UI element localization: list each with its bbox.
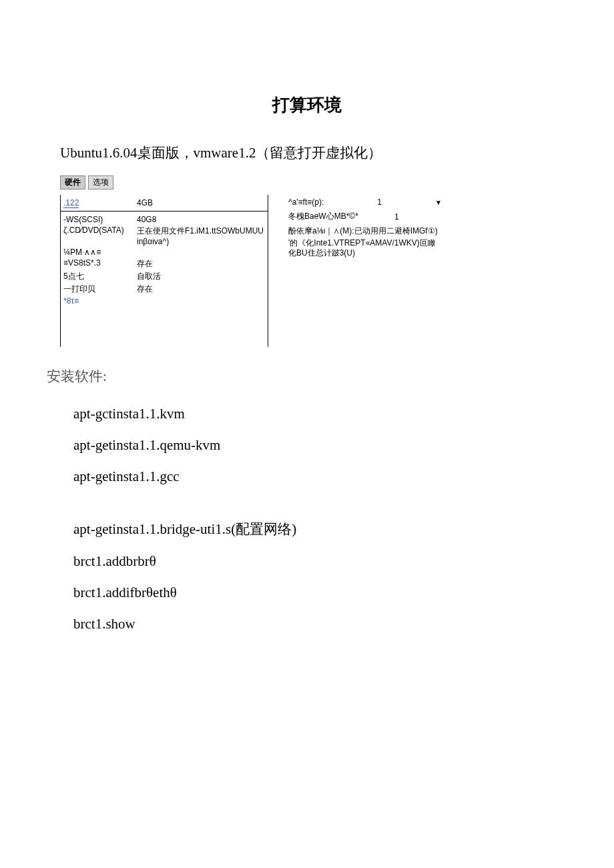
subtitle: Ubuntu1.6.04桌面版，vmware1.2（留意打开虚拟化） [60,143,561,162]
hardware-row[interactable]: *8τ≡ [61,296,268,306]
processors-row: ^a'≡ft≡(p): 1 ▼ [288,197,442,207]
hw-label: .122 [63,198,137,207]
command-line: apt-getinsta1.1.gcc [73,468,561,485]
tab-hardware[interactable]: 硬件 [60,175,85,189]
command-line: apt-gctinsta1.1.kvm [73,406,561,422]
hardware-row[interactable]: ζ.CD∕DVD(SATA) 王在便用文件F1.iM1.ttSOWbUMUUin… [61,225,268,247]
hw-value: 40G8 [137,215,265,224]
hw-label: 一打印贝 [63,284,137,295]
hardware-list: .122 4GB -WS(SCSI) 40G8 ζ.CD∕DVD(SATA) 王… [60,195,268,347]
hw-label: ζ.CD∕DVD(SATA) [63,226,137,246]
hw-value: 王在便用文件F1.iM1.ttSOWbUMUUinβαιva^) [137,226,265,246]
cores-row: 冬槐BaeW心MB*©* 1 [288,211,442,222]
virtualization-option-1: 酚依摩a⅛ι｜∧(M):已动用用二避椅IMGf①) [288,226,442,237]
command-line: apt-getinsta1.1.bridge-uti1.s(配置网络) [73,520,561,538]
hw-label: 5点七 [63,271,137,282]
command-line: apt-getinsta1.1.qemu-kvm [73,437,561,454]
hw-label: *8τ≡ [63,296,137,306]
hw-value: 存在 [137,284,265,295]
hw-label: ≡VS8tS*.3 [63,258,137,270]
hardware-row[interactable]: 5点七 自取活 [61,270,268,283]
cores-label: 冬槐BaeW心MB*©* [288,211,358,222]
hw-value: 自取活 [137,271,265,282]
hw-label: ¼PM·∧∧≡ [63,248,137,257]
processor-settings: ^a'≡ft≡(p): 1 ▼ 冬槐BaeW心MB*©* 1 酚依摩a⅛ι｜∧(… [288,195,442,347]
tab-options[interactable]: 选项 [88,175,113,189]
hw-label: -WS(SCSI) [63,215,137,224]
cores-value: 1 [394,212,399,222]
hardware-row[interactable]: -WS(SCSI) 40G8 [61,214,268,225]
tab-bar: 硬件 选项 [60,175,561,189]
divider [61,211,268,211]
command-line: brct1.show [73,616,561,632]
hw-value [137,296,265,306]
hardware-row[interactable]: 一打印贝 存在 [61,283,268,296]
hw-value: 存在 [137,258,265,270]
vm-settings-panel: 硬件 选项 .122 4GB -WS(SCSI) 40G8 ζ.CD∕DVD(S… [60,175,561,347]
page-title: 打算环境 [53,93,561,117]
hardware-row[interactable]: ≡VS8tS*.3 存在 [61,258,268,270]
processors-label: ^a'≡ft≡(p): [288,197,324,207]
chevron-down-icon[interactable]: ▼ [435,199,442,206]
hardware-row[interactable]: ¼PM·∧∧≡ [61,247,268,258]
virtualization-option-2: '的《化Inte1.VTREPT«AMAV/1WKV)叵瞰化BU住总计跛3(U) [288,238,442,259]
processors-value: 1 [377,197,382,207]
command-line: brct1.addbrbrθ [73,553,561,570]
hw-value [137,248,265,257]
install-software-label: 安装软件: [47,367,561,386]
hw-value: 4GB [137,198,265,207]
command-line: brct1.addifbrθethθ [73,584,561,601]
hardware-row-memory[interactable]: .122 4GB [61,197,268,208]
